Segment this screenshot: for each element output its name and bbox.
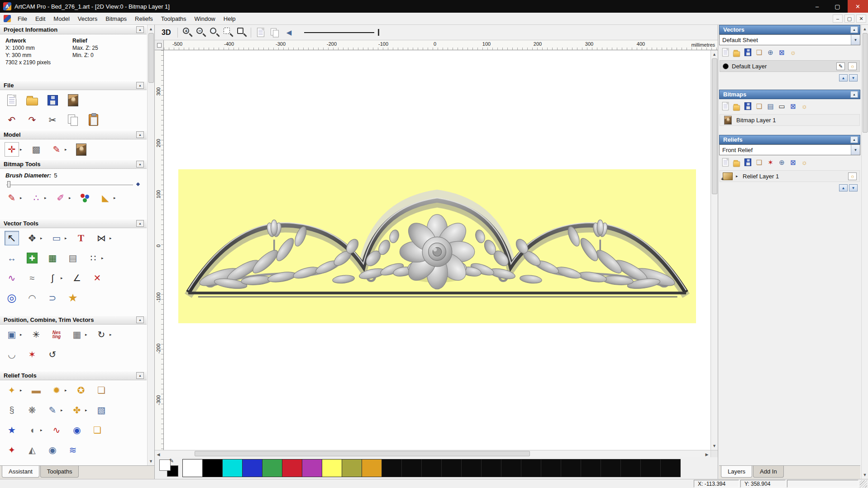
move-layer-down-button[interactable]: ▼	[849, 74, 858, 81]
palette-swatch[interactable]	[441, 459, 462, 477]
palette-swatch[interactable]	[501, 459, 521, 477]
toggle-relief-visibility-button[interactable]: ☼	[800, 158, 809, 167]
cut-button[interactable]: ✂	[45, 113, 60, 127]
zoom-to-selection-button[interactable]	[255, 27, 267, 38]
set-model-size-button[interactable]: ✛	[5, 142, 19, 157]
flyout-arrow-icon[interactable]: ▸	[40, 428, 43, 432]
scroll-down-button[interactable]: ▼	[148, 457, 155, 465]
relief-extra-button-3[interactable]: ◉	[45, 443, 60, 457]
bitmap-opacity-button[interactable]: ▭	[777, 101, 787, 111]
smooth-relief-button[interactable]: ▬	[29, 383, 43, 397]
palette-swatch[interactable]	[421, 459, 442, 477]
relief-merge-button[interactable]: ⊕	[777, 158, 787, 167]
flyout-arrow-icon[interactable]: ▸	[20, 332, 23, 337]
align-vectors-button[interactable]: ▣	[5, 327, 19, 342]
palette-swatch[interactable]	[561, 459, 581, 477]
rotate-copy-button[interactable]: ↻	[94, 327, 109, 342]
bitmap-to-vector-button[interactable]: ▦	[45, 251, 60, 265]
relief-selector[interactable]: Front Relief ▼	[719, 144, 860, 155]
chevron-down-icon[interactable]: ▼	[851, 145, 860, 155]
weave-wizard-button[interactable]: ❋	[25, 403, 39, 417]
previous-view-button[interactable]: ◀	[283, 27, 295, 38]
scrollbar-thumb[interactable]	[148, 33, 154, 83]
collapse-button[interactable]: ▲	[136, 220, 144, 227]
slider-handle[interactable]	[7, 181, 10, 187]
copy-button[interactable]	[66, 113, 80, 127]
save-vector-layer-button[interactable]	[743, 48, 753, 57]
menu-file[interactable]: File	[14, 13, 31, 24]
expand-arrow-icon[interactable]: ▸	[736, 174, 739, 178]
paint-button[interactable]: ✎	[5, 191, 19, 205]
horizontal-scrollbar[interactable]: ◀ ▶	[155, 450, 718, 457]
flood-fill-button[interactable]: ◣	[98, 191, 113, 205]
pick-colour-button[interactable]: ✐	[53, 191, 68, 205]
redo-button[interactable]: ↷	[25, 113, 39, 127]
zoom-out-button[interactable]: −	[195, 27, 206, 38]
bitmap-sheet-button[interactable]: ❏	[754, 101, 764, 111]
new-vector-layer-button[interactable]	[720, 48, 730, 57]
smooth-curve-button[interactable]: ≈	[25, 271, 39, 285]
palette-swatch[interactable]	[242, 459, 262, 477]
mdi-minimize-button[interactable]: –	[833, 14, 843, 23]
toggle-3d-view-button[interactable]: 3D	[158, 28, 174, 38]
scrollbar-thumb[interactable]	[195, 451, 530, 456]
create-curve-button[interactable]: ∿	[5, 271, 19, 285]
flyout-arrow-icon[interactable]: ▸	[65, 147, 68, 152]
menu-bitmaps[interactable]: Bitmaps	[101, 13, 131, 24]
flyout-arrow-icon[interactable]: ▸	[65, 236, 68, 240]
relief-extra-button-1[interactable]: ✦	[5, 443, 19, 457]
flyout-arrow-icon[interactable]: ▸	[65, 388, 68, 392]
measure-button[interactable]: ↔	[5, 251, 19, 265]
palette-swatch[interactable]	[640, 459, 661, 477]
create-rectangle-button[interactable]: ▭	[49, 231, 64, 245]
mirror-vectors-button[interactable]: ⋈	[94, 231, 109, 245]
greyscale-from-image-button[interactable]	[74, 142, 88, 157]
bitmap-layer-row[interactable]: Bitmap Layer 1	[720, 114, 860, 126]
toggle-all-visibility-button[interactable]: ☼	[788, 48, 798, 57]
shape-editor-button[interactable]: ✦	[5, 383, 19, 397]
collapse-button[interactable]: ▲	[136, 26, 144, 33]
flyout-arrow-icon[interactable]: ▸	[40, 236, 43, 240]
collapse-button[interactable]: ▲	[850, 136, 858, 143]
brush-diameter-slider[interactable]	[6, 180, 140, 188]
palette-swatch[interactable]	[481, 459, 501, 477]
dome-relief-button[interactable]: ◖	[25, 423, 39, 437]
canvas-viewport[interactable]	[164, 50, 711, 450]
chevron-down-icon[interactable]: ▼	[851, 35, 860, 45]
sculpting-button[interactable]: ✎	[45, 403, 60, 417]
flyout-arrow-icon[interactable]: ▸	[110, 332, 113, 337]
primary-secondary-colour[interactable]: ✎	[158, 459, 180, 478]
palette-swatch[interactable]	[581, 459, 601, 477]
scroll-up-button[interactable]: ▲	[711, 50, 718, 58]
scroll-down-button[interactable]: ▼	[861, 471, 868, 479]
toggle-bitmap-visibility-button[interactable]: ☼	[800, 101, 809, 111]
paint-selective-button[interactable]: ∴	[29, 191, 43, 205]
line-width-control[interactable]	[304, 29, 379, 36]
new-relief-layer-button[interactable]	[720, 158, 730, 167]
right-panel-scrollbar[interactable]: ▲ ▼	[861, 25, 868, 479]
mdi-restore-button[interactable]: ▢	[844, 14, 854, 23]
menu-toolpaths[interactable]: Toolpaths	[157, 13, 191, 24]
create-star-button[interactable]: ★	[66, 291, 80, 305]
minimize-button[interactable]: –	[807, 0, 827, 13]
flyout-arrow-icon[interactable]: ▸	[61, 408, 64, 412]
maximize-button[interactable]: ▢	[827, 0, 848, 13]
palette-swatch[interactable]	[620, 459, 641, 477]
fit-spline-button[interactable]: ∫	[45, 271, 60, 285]
palette-swatch[interactable]	[342, 459, 362, 477]
create-arc-button[interactable]: ◠	[25, 291, 39, 305]
spiral-button[interactable]: ↺	[45, 347, 60, 362]
line-width-handle[interactable]	[378, 29, 379, 36]
flyout-arrow-icon[interactable]: ▸	[20, 147, 23, 152]
merge-layers-button[interactable]: ⊕	[766, 48, 775, 57]
notes-button[interactable]: ✎	[49, 142, 64, 157]
flyout-arrow-icon[interactable]: ▸	[85, 332, 88, 337]
move-layer-up-button[interactable]: ▲	[839, 184, 848, 191]
create-ring-button[interactable]: ◎	[5, 291, 19, 305]
palette-swatch[interactable]	[362, 459, 382, 477]
transform-vectors-button[interactable]: ✥	[25, 231, 39, 245]
delete-relief-layer-button[interactable]: ⊠	[788, 158, 798, 167]
nesting-button[interactable]: Nesting	[49, 327, 64, 342]
paste-button[interactable]	[86, 113, 100, 127]
menu-edit[interactable]: Edit	[31, 13, 49, 24]
